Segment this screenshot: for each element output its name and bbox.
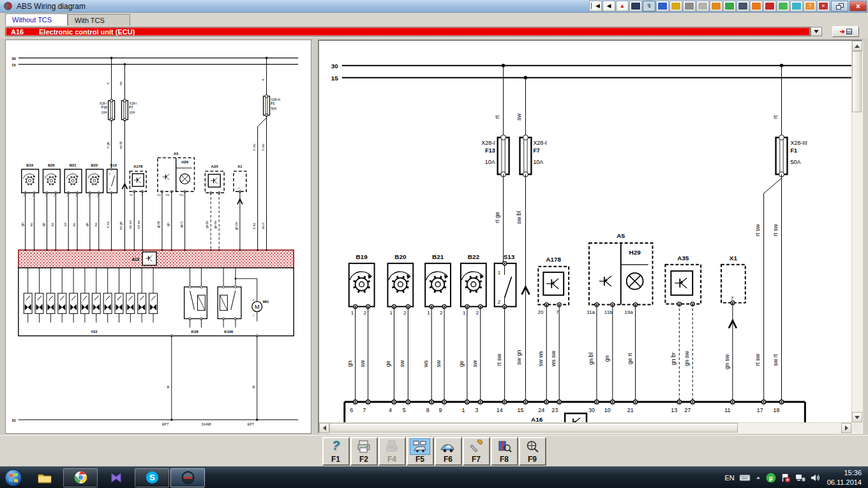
first-page-button[interactable]: ▏◀ (589, 1, 602, 11)
vertical-scrollbar[interactable] (851, 41, 862, 422)
svg-text:A16: A16 (531, 416, 543, 422)
component-selector[interactable]: A16 Electronic control unit (ECU) (5, 27, 811, 36)
svg-text:EP7: EP7 (248, 422, 254, 426)
tab-without-tcs[interactable]: Without TCS (5, 13, 68, 26)
print-icon (354, 439, 373, 454)
file-explorer-button[interactable] (27, 468, 62, 487)
svg-text:rt: rt (262, 78, 265, 81)
wiring-diagrams-icon: ↯ (645, 3, 654, 10)
action-center-icon[interactable] (781, 473, 791, 483)
window-icon (846, 29, 852, 34)
electrics-button[interactable] (750, 1, 763, 11)
wiring-diagrams-button[interactable]: ↯ (643, 1, 655, 11)
selector-dropdown-button[interactable] (811, 27, 822, 36)
component-search-button[interactable] (696, 1, 709, 11)
wheels-tyres-button[interactable] (683, 1, 696, 11)
window-title: ABS Wiring diagram (17, 2, 86, 11)
svg-text:gn sw: gn sw (214, 220, 217, 228)
svg-text:gn sw: gn sw (724, 354, 730, 369)
maintenance-icon (671, 3, 680, 10)
svg-text:rt sw: rt sw (107, 221, 110, 228)
fkey-f9-button[interactable]: F9 (519, 437, 546, 466)
wheels-tyres-icon (685, 3, 694, 10)
svg-text:rt sw: rt sw (262, 144, 265, 151)
svg-text:sw bl: sw bl (119, 142, 123, 149)
svg-text:B22: B22 (468, 253, 480, 260)
workshop-app-button[interactable] (170, 468, 205, 487)
svg-text:br: br (252, 385, 255, 388)
tray-language[interactable]: EN (724, 474, 734, 482)
warning-button[interactable]: ▲ (616, 1, 629, 11)
svg-text:sw rt: sw rt (772, 353, 779, 366)
svg-text:1: 1 (461, 407, 465, 413)
overview-diagram[interactable]: 3015rtX28-IF1310Art geswX28-IF710Asw bls… (6, 40, 311, 432)
kmplayer-button[interactable] (99, 468, 133, 487)
technical-data-button[interactable] (656, 1, 669, 11)
windows-start-button[interactable] (0, 467, 27, 488)
svg-text:ws sw: ws sw (137, 220, 140, 229)
scroll-right-button[interactable] (841, 423, 851, 433)
svg-text:rt ge: rt ge (107, 142, 110, 148)
vehicle-button[interactable] (763, 1, 776, 11)
scroll-left-button[interactable] (319, 423, 329, 433)
scroll-up-button[interactable] (852, 41, 862, 51)
lifting-icon (725, 3, 734, 10)
warning-icon: ▲ (618, 3, 627, 10)
triangle-left-icon (320, 425, 326, 431)
fkey-f4-button[interactable]: F4 (378, 437, 406, 466)
chrome-button[interactable] (63, 468, 98, 487)
vertical-scroll-thumb[interactable] (852, 51, 862, 112)
fkey-f2-button[interactable]: F2 (350, 437, 378, 466)
engine-button[interactable] (710, 1, 722, 11)
svg-text:11b: 11b (604, 309, 613, 315)
exit-button[interactable]: × (817, 1, 830, 11)
tray-clock[interactable]: 15:36 06.11.2014 (827, 468, 862, 487)
svg-text:X1: X1 (237, 165, 243, 168)
fkey-f5-button[interactable]: F5 (407, 437, 434, 466)
svg-text:27: 27 (684, 407, 691, 413)
scroll-down-button[interactable] (852, 412, 862, 422)
volume-icon[interactable] (810, 473, 820, 483)
detach-window-button[interactable]: ➜ (832, 26, 859, 37)
page-back-button[interactable]: ◀ (602, 1, 615, 11)
fkey-f8-button[interactable]: F8 (491, 437, 518, 466)
network-icon[interactable] (795, 473, 805, 483)
svg-text:2: 2 (109, 188, 110, 191)
svg-text:sw: sw (399, 360, 405, 367)
help-info-button[interactable]: ? (804, 1, 816, 11)
svg-text:rt: rt (772, 115, 779, 119)
fkey-f7-button[interactable]: F7 (463, 437, 490, 466)
fkey-label: F8 (500, 455, 509, 464)
tab-with-tcs[interactable]: With TCS (68, 14, 130, 26)
svg-text:gn br: gn br (670, 352, 677, 365)
horizontal-scroll-thumb[interactable] (329, 423, 738, 433)
detail-diagram-panel[interactable]: 3015rtX28-IF1310Art geswX28-IF710Asw bls… (318, 40, 863, 434)
overview-diagram-panel[interactable]: 3015rtX28-IF1310Art geswX28-IF710Asw bls… (5, 40, 311, 434)
svg-text:µ: µ (769, 474, 773, 481)
maintenance-button[interactable] (670, 1, 682, 11)
help-info-icon: ? (805, 3, 814, 10)
horizontal-scrollbar[interactable] (319, 422, 851, 433)
svg-text:rt sw: rt sw (253, 222, 256, 229)
keyboard-icon[interactable] (739, 474, 751, 482)
bodywork-button[interactable] (737, 1, 749, 11)
exit-display-button[interactable] (629, 1, 642, 11)
utorrent-icon[interactable]: µ (766, 473, 776, 483)
restore-button[interactable] (831, 1, 848, 11)
svg-text:1: 1 (351, 310, 354, 316)
fkey-f1-button[interactable]: ??F1 (322, 437, 350, 466)
fkey-f6-button[interactable]: F6 (435, 437, 462, 466)
svg-text:sw: sw (516, 114, 522, 121)
skype-button[interactable]: S (135, 468, 169, 487)
svg-text:15: 15 (331, 75, 339, 82)
battery-service-button[interactable] (777, 1, 789, 11)
electrics-icon (752, 3, 761, 10)
detail-diagram[interactable]: 3015rtX28-IF1310Art geswX28-IF710Asw bls… (319, 41, 851, 422)
svg-text:50A: 50A (271, 107, 278, 110)
close-button[interactable]: × (849, 1, 867, 11)
lifting-button[interactable] (723, 1, 736, 11)
svg-text:2: 2 (498, 299, 501, 305)
svg-text:10: 10 (604, 407, 611, 413)
images-button[interactable] (790, 1, 803, 11)
hidden-icons-icon[interactable] (755, 475, 761, 481)
